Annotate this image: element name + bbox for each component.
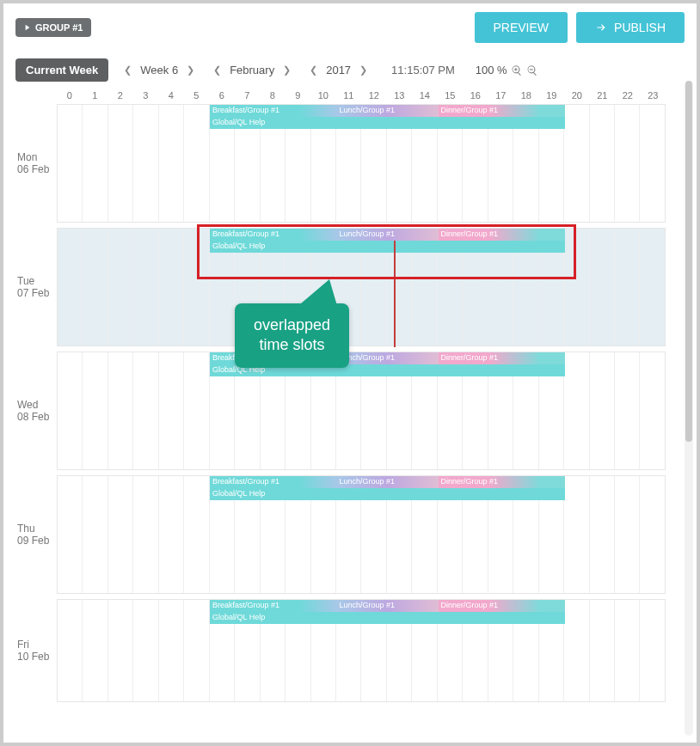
day-row: Thu09 FebBreakfast/Group #1Lunch/Group #… (15, 475, 666, 594)
global-event[interactable]: Global/QL Help (210, 117, 565, 129)
day-grid[interactable]: Breakfast/Group #1Lunch/Group #1Dinner/G… (57, 599, 666, 702)
zoom-out-icon[interactable] (526, 64, 538, 76)
global-event[interactable]: Global/QL Help (210, 612, 565, 624)
hour-col: 18 (513, 90, 539, 101)
day-date: 08 Feb (17, 411, 49, 423)
hour-col: 3 (133, 90, 159, 101)
hour-col: 22 (615, 90, 641, 101)
breakfast-event[interactable]: Breakfast/Group #1 (210, 105, 337, 117)
arrow-right-icon (595, 21, 607, 34)
day-name: Fri (17, 639, 29, 651)
hour-col: 0 (57, 90, 83, 101)
dinner-event[interactable]: Dinner/Group #1 (439, 229, 566, 241)
day-grid[interactable]: Breakfast/Group #1Lunch/Group #1Dinner/G… (57, 352, 666, 470)
lunch-event[interactable]: Lunch/Group #1 (337, 352, 439, 364)
day-grid[interactable]: Breakfast/Group #1Lunch/Group #1Dinner/G… (57, 475, 666, 594)
week-next-button[interactable]: ❯ (183, 63, 198, 77)
hour-col: 17 (488, 90, 514, 101)
days-container: Mon06 FebBreakfast/Group #1Lunch/Group #… (15, 104, 666, 702)
top-buttons: PREVIEW PUBLISH (475, 12, 685, 43)
global-event[interactable]: Global/QL Help (210, 241, 565, 253)
zoom-label: 100 % (476, 64, 507, 76)
day-date: 06 Feb (17, 163, 49, 175)
preview-label: PREVIEW (494, 21, 550, 34)
week-prev-button[interactable]: ❮ (120, 63, 135, 77)
year-nav: ❮ 2017 ❯ (306, 63, 371, 77)
day-grid[interactable]: Breakfast/Group #1Lunch/Group #1Dinner/G… (57, 228, 666, 346)
group-selector[interactable]: GROUP #1 (15, 18, 91, 37)
hour-col: 5 (184, 90, 210, 101)
annotation-line2: time slots (254, 335, 330, 355)
lunch-event[interactable]: Lunch/Group #1 (337, 600, 439, 612)
hour-col: 12 (361, 90, 387, 101)
hour-col: 15 (438, 90, 464, 101)
annotation-line1: overlapped (254, 315, 330, 335)
breakfast-event[interactable]: Breakfast/Group #1 (210, 476, 337, 488)
annotation-callout: overlappedtime slots (235, 303, 349, 368)
hour-col: 6 (209, 90, 235, 101)
day-label: Wed08 Feb (15, 352, 57, 470)
month-nav: ❮ February ❯ (210, 63, 294, 77)
month-label: February (230, 64, 274, 76)
svg-marker-0 (295, 279, 338, 309)
dinner-event[interactable]: Dinner/Group #1 (439, 352, 566, 364)
day-date: 09 Feb (17, 535, 49, 547)
hour-col: 4 (158, 90, 184, 101)
day-date: 10 Feb (17, 651, 49, 663)
dinner-event[interactable]: Dinner/Group #1 (439, 476, 566, 488)
day-name: Wed (17, 399, 38, 411)
group-label: GROUP #1 (35, 22, 83, 33)
scrollbar[interactable] (685, 81, 693, 736)
current-week-label: Current Week (26, 64, 98, 76)
navbar: Current Week ❮ Week 6 ❯ ❮ February ❯ ❮ 2… (15, 58, 685, 82)
hour-col: 1 (83, 90, 108, 101)
breakfast-event[interactable]: Breakfast/Group #1 (210, 600, 337, 612)
year-next-button[interactable]: ❯ (356, 63, 371, 77)
hour-col: 8 (260, 90, 286, 101)
breakfast-event[interactable]: Breakfast/Group #1 (210, 229, 337, 241)
hour-col: 10 (310, 90, 336, 101)
day-name: Tue (17, 275, 34, 287)
hour-col: 9 (286, 90, 311, 101)
preview-button[interactable]: PREVIEW (475, 12, 568, 43)
hour-col: 20 (564, 90, 590, 101)
publish-button[interactable]: PUBLISH (576, 12, 685, 43)
year-label: 2017 (326, 64, 351, 76)
lunch-event[interactable]: Lunch/Group #1 (337, 229, 439, 241)
day-row: Wed08 FebBreakfast/Group #1Lunch/Group #… (15, 352, 666, 470)
current-week-button[interactable]: Current Week (15, 58, 108, 82)
hour-col: 23 (641, 90, 666, 101)
month-prev-button[interactable]: ❮ (210, 63, 224, 77)
hour-col: 7 (235, 90, 261, 101)
app-root: GROUP #1 PREVIEW PUBLISH Current Week ❮ … (0, 0, 700, 746)
hour-col: 19 (539, 90, 565, 101)
dinner-event[interactable]: Dinner/Group #1 (439, 105, 566, 117)
scrollbar-thumb[interactable] (685, 81, 692, 442)
hour-col: 13 (387, 90, 413, 101)
hour-col: 2 (107, 90, 133, 101)
playhead-line (394, 241, 396, 347)
week-label: Week 6 (140, 64, 178, 76)
annotation-tail (295, 279, 347, 311)
day-grid[interactable]: Breakfast/Group #1Lunch/Group #1Dinner/G… (57, 104, 666, 223)
day-row: Mon06 FebBreakfast/Group #1Lunch/Group #… (15, 104, 666, 223)
zoom-controls: 100 % (476, 64, 538, 76)
day-label: Thu09 Feb (15, 475, 57, 594)
clock: 11:15:07 PM (391, 64, 455, 76)
week-nav: ❮ Week 6 ❯ (120, 63, 198, 77)
publish-label: PUBLISH (614, 21, 666, 34)
lunch-event[interactable]: Lunch/Group #1 (337, 105, 439, 117)
year-prev-button[interactable]: ❮ (306, 63, 321, 77)
dinner-event[interactable]: Dinner/Group #1 (439, 600, 566, 612)
hour-col: 16 (463, 90, 488, 101)
topbar: GROUP #1 PREVIEW PUBLISH (15, 12, 685, 43)
zoom-in-icon[interactable] (511, 64, 523, 76)
day-name: Mon (17, 151, 37, 163)
lunch-event[interactable]: Lunch/Group #1 (337, 476, 439, 488)
hour-col: 11 (336, 90, 362, 101)
hour-col: 14 (412, 90, 438, 101)
month-next-button[interactable]: ❯ (279, 63, 294, 77)
global-event[interactable]: Global/QL Help (210, 488, 565, 500)
day-label: Mon06 Feb (15, 104, 57, 223)
day-label: Tue07 Feb (15, 228, 57, 346)
